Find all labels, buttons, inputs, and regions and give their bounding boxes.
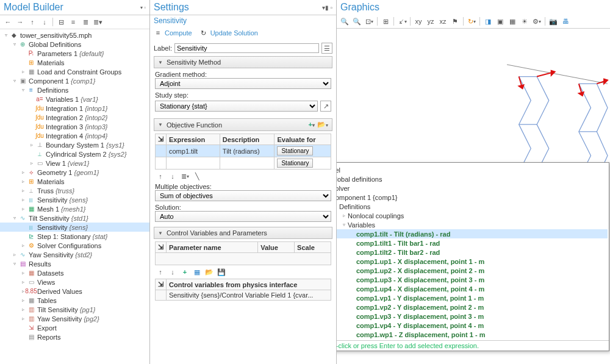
obj-list-icon[interactable]: ≣▾ [179,171,190,182]
update-icon[interactable]: ↻ [198,27,209,38]
tree-node[interactable]: a= Variables 1 {var1} [0,95,149,104]
expr-node[interactable]: comp1.tilt2 - Tilt bar2 - rad [337,248,608,257]
expand-icon[interactable]: ▿ [337,203,339,210]
tree-node[interactable]: ▹ ⫼ Sensitivity {sens} [0,195,149,204]
control-vars-table[interactable]: ⇲ Parameter name Value Scale [155,241,331,265]
desc-cell[interactable] [220,157,274,170]
expand-icon[interactable] [349,267,356,274]
expand-icon[interactable]: ▹ [28,141,35,148]
control-vars-physics-table[interactable]: ⇲Control variables from physics interfac… [155,279,331,301]
tree-node[interactable]: ⊵ Step 1: Stationary {stat} [0,232,149,241]
zoom-in-icon[interactable]: 🔍 [339,16,350,27]
expand-icon[interactable]: ▹ [20,187,26,194]
solution-select[interactable]: Auto [155,211,331,222]
section-objective-function[interactable]: ▼Objective Function +▾ 📂▾ [154,118,332,131]
tree-node[interactable]: ▹ ⟂ Truss {truss} [0,186,149,195]
expand-icon[interactable]: ▹ [340,212,347,219]
window-icon[interactable]: ▣ [495,16,506,27]
tree-node[interactable]: ▹ ⚙ Solver Configurations [0,241,149,250]
expand-icon[interactable] [20,324,26,331]
expand-icon[interactable]: ▹ [20,297,26,304]
tree-node[interactable]: ▹ ⟡ Geometry 1 {geom1} [0,168,149,177]
obj-clear-icon[interactable]: ╲ [192,171,203,182]
model-tree[interactable]: ▿ ◆ tower_sensitivity55.mph ▿ ⊕ Global D… [0,29,149,364]
expr-node[interactable]: comp1.vp3 - Y displacement, point 3 - m [337,312,608,321]
update-button[interactable]: Update Solution [210,29,258,37]
list-icon[interactable]: ≣▾ [92,16,103,27]
tree-node[interactable]: ∫du Integration 1 {intop1} [0,104,149,113]
obj-up-icon[interactable]: ↑ [155,171,166,182]
expand-icon[interactable]: ▿ [11,215,18,221]
gradient-method-select[interactable]: Adjoint [155,78,331,89]
expand-icon[interactable] [349,304,356,310]
tree-node[interactable]: ∫du Integration 3 {intop3} [0,122,149,131]
expression-tree[interactable]: ▿ Model▹ Global definitions▹ Solver▿ Com… [337,163,609,340]
zoom-extents-icon[interactable]: ⊡▾ [364,16,375,27]
expand-icon[interactable]: ▹ [20,205,26,212]
tree-node[interactable]: ▿ ∿ Tilt Sensitivity {std1} [0,213,149,223]
expr-node[interactable]: comp1.up2 - X displacement, point 2 - m [337,266,608,275]
panel-dropdown-icon[interactable]: ▾ ▫ [140,5,146,10]
select-icon[interactable]: ◨ [483,16,493,27]
tree-node[interactable]: ▹ ▥ Yaw Sensitivity {pg2} [0,314,149,323]
zoom-box-icon[interactable]: ⊞ [380,16,391,27]
print-icon[interactable]: 🖶 [560,16,571,27]
expand-icon[interactable] [349,322,356,329]
expand-icon[interactable] [28,132,35,139]
study-step-goto-icon[interactable]: ↗ [320,101,331,112]
tree-node[interactable]: ▿ ≡ Definitions [0,85,149,95]
cv-add-icon[interactable]: + [179,266,190,277]
expr-node[interactable]: comp1.tilt - Tilt (radians) - rad [337,229,608,238]
expand-icon[interactable]: ▹ [20,242,26,249]
expr-node[interactable]: comp1.up1 - X displacement, point 1 - m [337,257,608,266]
expand-icon[interactable] [28,151,35,157]
expr-node[interactable]: ▿ Model [337,165,608,174]
expand-icon[interactable] [28,105,35,112]
eval-button[interactable]: Stationary [277,146,313,155]
expand-icon[interactable]: ▹ [11,251,18,258]
axes-icon[interactable]: ⭹▾ [396,16,407,27]
expand-icon[interactable]: ▹ [20,269,26,276]
expand-icon[interactable] [349,313,356,319]
nav-up-icon[interactable]: ↑ [27,16,38,27]
tree-node[interactable]: ▹ ∿ Yaw Sensitivity {std2} [0,250,149,259]
yz-view-icon[interactable]: yz [425,16,436,27]
section-control-vars[interactable]: ▼Control Variables and Parameters [154,227,332,239]
expand-icon[interactable] [20,224,26,230]
expr-node[interactable]: ▹ Global definitions [337,174,608,184]
objective-table[interactable]: ⇲ Expression Description Evaluate for co… [155,134,331,170]
tree-node[interactable]: ⫼ Sensitivity {sens} [0,223,149,232]
nav-back-icon[interactable]: ← [2,16,13,27]
study-step-select[interactable]: Stationary {stat} [155,101,318,112]
obj-down-icon[interactable]: ↓ [167,171,178,182]
expand-icon[interactable] [20,59,26,66]
tree-node[interactable]: ∫du Integration 2 {intop2} [0,113,149,122]
tree-node[interactable]: ▹ ▭ Views [0,277,149,287]
multi-obj-select[interactable]: Sum of objectives [155,190,331,201]
expand-icon[interactable]: ▹ [20,279,26,285]
tree-node[interactable]: ⇲ Export [0,323,149,332]
obj-add-icon[interactable]: +▾ [309,121,315,129]
expand-icon[interactable]: ▹ [20,178,26,185]
cv-up-icon[interactable]: ↑ [155,266,166,277]
eval-button[interactable]: Stationary [277,159,313,168]
cv-down-icon[interactable]: ↓ [167,266,178,277]
expand-icon[interactable] [28,114,35,121]
cv-grid-icon[interactable]: ▦ [192,266,203,277]
expand-icon[interactable]: ▿ [11,41,18,48]
expr-node[interactable]: comp1.vp1 - Y displacement, point 1 - m [337,293,608,302]
compute-icon[interactable]: = [152,27,163,38]
tree-node[interactable]: ▹ 8.85 Derived Values [0,287,149,296]
zoom-out-icon[interactable]: 🔍 [351,16,362,27]
tree-node[interactable]: ▹ ▥ Tilt Sensitivity {pg1} [0,305,149,314]
tree-node[interactable]: ⊞ Materials [0,58,149,67]
tree-node[interactable]: ▹ ▦ Mesh 1 {mesh1} [0,204,149,213]
expand-icon[interactable] [28,123,35,130]
panel-controls-icon[interactable]: ▾▮ ▫ [322,4,332,11]
collapse-icon[interactable]: ≡ [68,16,79,27]
tree-node[interactable]: ▹ ▦ Datasets [0,268,149,277]
expr-node[interactable]: comp1.up4 - X displacement, point 4 - m [337,284,608,293]
expand-icon[interactable]: ▹ [20,306,26,313]
tree-node[interactable]: ⟂ Cylindrical System 2 {sys2} [0,149,149,159]
expand-icon[interactable]: ▹ [20,315,26,322]
